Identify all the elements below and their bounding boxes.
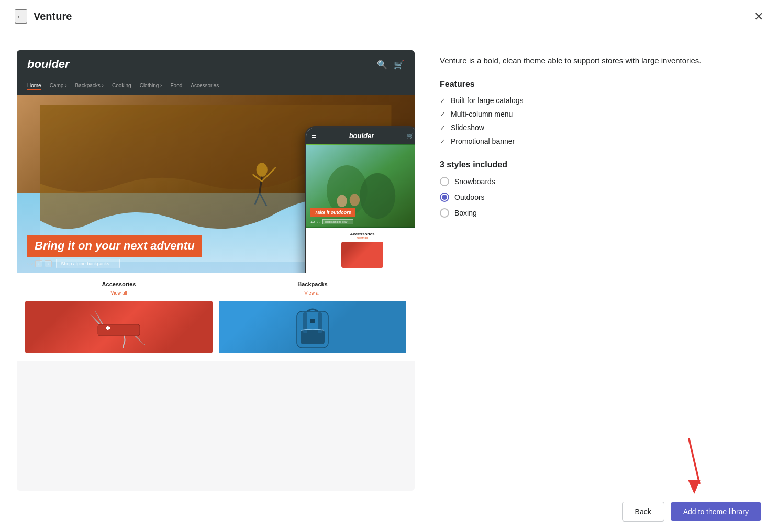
- search-icon: 🔍: [377, 60, 387, 70]
- svg-rect-12: [98, 324, 140, 336]
- knife-product-img: [25, 301, 213, 353]
- add-to-library-button[interactable]: Add to theme library: [671, 502, 761, 521]
- features-title: Features: [440, 80, 761, 89]
- svg-point-1: [257, 163, 268, 176]
- backpack-svg: [281, 301, 344, 353]
- mobile-preview: ☰ boulder 🛒: [305, 126, 415, 273]
- check-icon-1: ✓: [440, 110, 446, 118]
- svg-rect-20: [318, 312, 322, 333]
- mock-hero-section: Bring it on your next adventu 2/2 ‹ › Sh…: [17, 95, 415, 273]
- feature-item-2: ✓ Slideshow: [440, 123, 761, 132]
- mobile-hero-banner: Take it outdoors: [310, 208, 355, 217]
- style-option-boxing[interactable]: Boxing: [440, 208, 761, 218]
- features-section: Features ✓ Built for large catalogs ✓ Mu…: [440, 80, 761, 145]
- prev-slide-btn[interactable]: ‹: [35, 260, 42, 267]
- nav-link-clothing: Clothing ›: [140, 83, 162, 90]
- mock-nav-icons: 🔍 🛒: [377, 60, 404, 70]
- dialog-body: boulder 🔍 🛒 Home Camp › Backpacks › Cook…: [0, 33, 778, 491]
- mobile-menu-icon: ☰: [312, 133, 316, 139]
- back-button[interactable]: Back: [622, 502, 664, 522]
- mobile-navbar: ☰ boulder 🛒: [306, 128, 415, 144]
- mobile-prev-btn: ‹ ›: [317, 220, 320, 223]
- mock-product-backpacks: Backpacks View all: [219, 281, 406, 353]
- backpack-visual: [219, 301, 406, 353]
- nav-link-home: Home: [27, 83, 41, 90]
- mock-navbar: boulder 🔍 🛒: [17, 50, 415, 78]
- backpacks-title: Backpacks: [219, 281, 406, 287]
- mock-banner-sub: 2/2 ‹ › Shop alpine backpacks →: [27, 259, 120, 268]
- mock-slide-nav: 2/2 ‹ ›: [27, 260, 52, 267]
- styles-title: 3 styles included: [440, 160, 761, 169]
- feature-item-3: ✓ Promotional banner: [440, 137, 761, 145]
- knife-svg: [87, 306, 150, 348]
- theme-detail-dialog: ← Venture ✕ boulder 🔍 🛒 Home Camp ›: [0, 0, 778, 532]
- style-options: Snowboards Outdoors Boxing: [440, 177, 761, 218]
- mobile-logo: boulder: [349, 132, 374, 140]
- close-button[interactable]: ✕: [754, 11, 763, 22]
- feature-label-2: Slideshow: [451, 123, 484, 132]
- svg-rect-15: [107, 326, 109, 330]
- next-slide-btn[interactable]: ›: [45, 260, 52, 267]
- mobile-screen: ☰ boulder 🛒: [306, 128, 415, 273]
- backpacks-view-all: View all: [305, 290, 321, 296]
- back-arrow-button[interactable]: ←: [15, 9, 27, 24]
- styles-section: 3 styles included Snowboards Outdoors: [440, 160, 761, 218]
- svg-point-10: [337, 195, 347, 207]
- mock-website: boulder 🔍 🛒 Home Camp › Backpacks › Cook…: [17, 50, 415, 491]
- svg-point-11: [350, 194, 360, 206]
- dialog-header: ← Venture ✕: [0, 0, 778, 33]
- mobile-slide-count: 1/2: [310, 220, 315, 223]
- slide-count: 2/2: [27, 262, 33, 266]
- accessories-view-all: View all: [111, 290, 127, 296]
- mobile-knife-img: [341, 242, 383, 268]
- style-label-outdoors: Outdoors: [454, 193, 485, 201]
- theme-info-panel: Venture is a bold, clean theme able to s…: [440, 50, 761, 491]
- check-icon-2: ✓: [440, 124, 446, 132]
- backpack-product-img: [219, 301, 406, 353]
- mock-shop-link[interactable]: Shop alpine backpacks →: [56, 259, 120, 268]
- svg-rect-19: [303, 312, 307, 333]
- mobile-hero: Take it outdoors 1/2 ‹ › Shop camping ge…: [306, 144, 415, 228]
- svg-point-9: [360, 173, 395, 219]
- mobile-banner-sub: 1/2 ‹ › Shop camping gear →: [310, 219, 353, 224]
- knife-visual: [25, 301, 213, 353]
- style-label-boxing: Boxing: [454, 209, 477, 217]
- mock-logo: boulder: [27, 58, 70, 71]
- theme-preview-panel: boulder 🔍 🛒 Home Camp › Backpacks › Cook…: [17, 50, 415, 491]
- mobile-products: Accessories View all: [306, 228, 415, 272]
- nav-link-cooking: Cooking: [112, 83, 131, 90]
- theme-description: Venture is a bold, clean theme able to s…: [440, 54, 761, 67]
- mobile-shop-link: Shop camping gear →: [322, 219, 353, 224]
- nav-link-camp: Camp ›: [50, 83, 67, 90]
- svg-rect-21: [310, 319, 315, 323]
- feature-label-3: Promotional banner: [451, 137, 515, 145]
- radio-outdoors[interactable]: [440, 193, 449, 202]
- dialog-title: Venture: [34, 10, 72, 22]
- mobile-cart-icon: 🛒: [407, 133, 413, 139]
- accessories-title: Accessories: [25, 281, 213, 287]
- mock-product-accessories: Accessories View all: [25, 281, 213, 353]
- feature-label-1: Multi-column menu: [451, 110, 513, 118]
- mock-nav-links: Home Camp › Backpacks › Cooking Clothing…: [17, 78, 415, 95]
- mock-products-section: Accessories View all: [17, 273, 415, 361]
- radio-boxing[interactable]: [440, 208, 449, 218]
- feature-item-1: ✓ Multi-column menu: [440, 110, 761, 118]
- feature-label-0: Built for large catalogs: [451, 96, 524, 105]
- style-label-snowboards: Snowboards: [454, 177, 495, 186]
- mock-hero-banner: Bring it on your next adventu: [27, 235, 202, 257]
- radio-inner-outdoors: [442, 195, 447, 200]
- check-icon-0: ✓: [440, 97, 446, 105]
- feature-list: ✓ Built for large catalogs ✓ Multi-colum…: [440, 96, 761, 145]
- nav-link-food: Food: [170, 83, 182, 90]
- nav-link-backpacks: Backpacks ›: [75, 83, 103, 90]
- style-option-outdoors[interactable]: Outdoors: [440, 193, 761, 202]
- style-option-snowboards[interactable]: Snowboards: [440, 177, 761, 186]
- dialog-footer: Back Add to theme library: [0, 491, 778, 532]
- check-icon-3: ✓: [440, 138, 446, 145]
- cart-icon: 🛒: [394, 60, 404, 70]
- nav-link-accessories: Accessories: [191, 83, 219, 90]
- mobile-product-accessories: Accessories View all: [310, 232, 414, 268]
- feature-item-0: ✓ Built for large catalogs: [440, 96, 761, 105]
- radio-snowboards[interactable]: [440, 177, 449, 186]
- header-left: ← Venture: [15, 9, 72, 24]
